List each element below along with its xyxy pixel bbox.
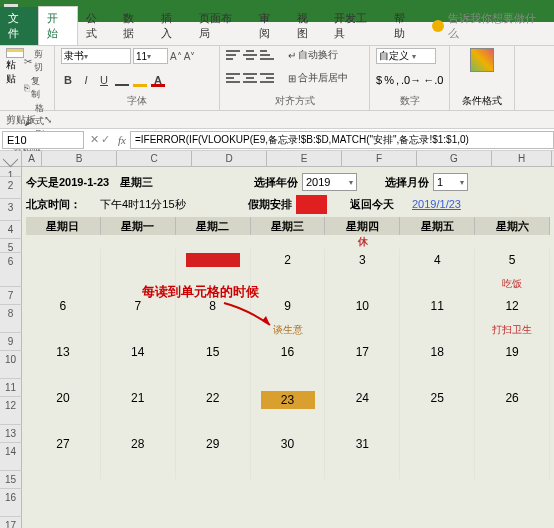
decrease-decimal-button[interactable]: ←.0 — [423, 74, 443, 86]
cal-cell[interactable] — [400, 433, 475, 479]
align-center-button[interactable] — [243, 72, 257, 84]
number-format-select[interactable]: 自定义 ▾ — [376, 48, 436, 64]
col-B[interactable]: B — [42, 151, 117, 166]
border-button[interactable] — [115, 73, 129, 87]
cal-cell[interactable]: 27 — [26, 433, 101, 479]
cal-cell[interactable]: 6 — [26, 295, 101, 341]
row-1[interactable]: 1 — [0, 167, 22, 177]
merge-center-button[interactable]: ⊞合并后居中 — [288, 71, 348, 85]
row-7[interactable]: 7 — [0, 287, 22, 305]
cal-cell[interactable]: 17 — [325, 341, 400, 387]
tab-home[interactable]: 开始 — [38, 6, 78, 45]
col-E[interactable]: E — [267, 151, 342, 166]
tab-developer[interactable]: 开发工具 — [326, 7, 386, 45]
align-top-button[interactable] — [226, 49, 240, 61]
cal-cell[interactable]: 8 — [176, 295, 251, 341]
cal-cell[interactable]: 1 — [176, 249, 251, 295]
align-middle-button[interactable] — [243, 49, 257, 61]
grow-font-button[interactable]: A˄ — [170, 51, 182, 62]
percent-button[interactable]: % — [384, 74, 394, 86]
row-15[interactable]: 15 — [0, 471, 22, 489]
cal-cell[interactable]: 15 — [176, 341, 251, 387]
col-D[interactable]: D — [192, 151, 267, 166]
row-12[interactable]: 12 — [0, 397, 22, 425]
row-13[interactable]: 13 — [0, 425, 22, 443]
cancel-formula-button[interactable]: ✕ — [90, 133, 99, 146]
fx-icon[interactable]: fx — [114, 134, 130, 146]
cal-cell[interactable]: 9谈生意 — [251, 295, 326, 341]
cal-cell[interactable]: 21 — [101, 387, 176, 433]
cal-cell[interactable]: 22 — [176, 387, 251, 433]
italic-button[interactable]: I — [79, 73, 93, 87]
row-11[interactable]: 11 — [0, 379, 22, 397]
cal-cell[interactable]: 23 — [251, 387, 326, 433]
copy-button[interactable]: ⎘复制 — [24, 75, 48, 101]
row-8[interactable]: 8 — [0, 305, 22, 333]
row-6[interactable]: 6 — [0, 253, 22, 287]
cal-cell[interactable]: 5吃饭 — [475, 249, 550, 295]
tab-layout[interactable]: 页面布局 — [191, 7, 251, 45]
row-17[interactable]: 17 — [0, 517, 22, 528]
fill-color-button[interactable] — [133, 73, 147, 87]
tab-review[interactable]: 审阅 — [251, 7, 289, 45]
today-link[interactable]: 2019/1/23 — [412, 198, 461, 210]
col-C[interactable]: C — [117, 151, 192, 166]
cal-cell[interactable]: 4 — [400, 249, 475, 295]
row-2[interactable]: 2 — [0, 177, 22, 199]
bold-button[interactable]: B — [61, 73, 75, 87]
font-name-select[interactable]: 隶书▾ — [61, 48, 131, 64]
underline-button[interactable]: U — [97, 73, 111, 87]
cal-cell[interactable]: 11 — [400, 295, 475, 341]
currency-button[interactable]: $ — [376, 74, 382, 86]
align-right-button[interactable] — [260, 72, 274, 84]
month-select[interactable]: 1▾ — [433, 173, 468, 191]
cal-cell[interactable]: 31 — [325, 433, 400, 479]
cal-cell[interactable] — [101, 249, 176, 295]
cal-cell[interactable]: 20 — [26, 387, 101, 433]
cal-cell[interactable]: 29 — [176, 433, 251, 479]
col-G[interactable]: G — [417, 151, 492, 166]
align-bottom-button[interactable] — [260, 49, 274, 61]
tab-view[interactable]: 视图 — [289, 7, 327, 45]
name-box[interactable]: E10 — [2, 131, 84, 149]
tab-file[interactable]: 文件 — [0, 7, 38, 45]
cal-cell[interactable]: 30 — [251, 433, 326, 479]
comma-button[interactable]: , — [396, 74, 399, 86]
row-5[interactable]: 5 — [0, 239, 22, 253]
cal-cell[interactable]: 19 — [475, 341, 550, 387]
row-4[interactable]: 4 — [0, 221, 22, 239]
row-10[interactable]: 10 — [0, 351, 22, 379]
cal-cell[interactable]: 18 — [400, 341, 475, 387]
row-9[interactable]: 9 — [0, 333, 22, 351]
year-select[interactable]: 2019▾ — [302, 173, 357, 191]
tab-data[interactable]: 数据 — [115, 7, 153, 45]
row-3[interactable]: 3 — [0, 199, 22, 221]
cal-cell[interactable]: 26 — [475, 387, 550, 433]
tab-formula[interactable]: 公式 — [78, 7, 116, 45]
tab-help[interactable]: 帮助 — [386, 7, 424, 45]
increase-decimal-button[interactable]: .0→ — [401, 74, 421, 86]
tell-me[interactable]: 告诉我你想要做什么 — [424, 7, 554, 45]
shrink-font-button[interactable]: A˅ — [184, 51, 196, 62]
tab-insert[interactable]: 插入 — [153, 7, 191, 45]
col-F[interactable]: F — [342, 151, 417, 166]
cal-cell[interactable]: 10 — [325, 295, 400, 341]
cal-cell[interactable]: 2 — [251, 249, 326, 295]
cal-cell[interactable]: 28 — [101, 433, 176, 479]
spreadsheet-grid[interactable]: A B C D E F G H 1 2 3 4 5 6 7 8 9 10 11 … — [0, 151, 554, 528]
cut-button[interactable]: ✂剪切 — [24, 48, 48, 74]
cal-cell[interactable]: 25 — [400, 387, 475, 433]
dialog-launcher-icon[interactable]: ⤡ — [44, 114, 52, 125]
conditional-format-icon[interactable] — [470, 48, 494, 72]
wrap-text-button[interactable]: ↵自动换行 — [288, 48, 338, 62]
paste-button[interactable]: 粘贴 — [6, 48, 24, 86]
font-size-select[interactable]: 11▾ — [133, 48, 168, 64]
align-left-button[interactable] — [226, 72, 240, 84]
enter-formula-button[interactable]: ✓ — [101, 133, 110, 146]
cal-cell[interactable] — [475, 433, 550, 479]
row-16[interactable]: 16 — [0, 489, 22, 517]
cal-cell[interactable]: 13 — [26, 341, 101, 387]
select-all-corner[interactable] — [0, 151, 22, 166]
cal-cell[interactable]: 3 — [325, 249, 400, 295]
col-A[interactable]: A — [22, 151, 42, 166]
